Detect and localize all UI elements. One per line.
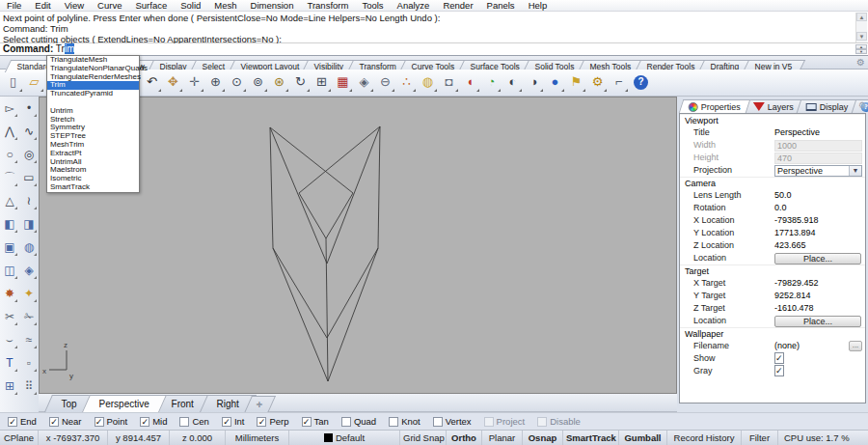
sidebar-ellipse-tool-icon[interactable]: ◎ (19, 143, 39, 166)
osnap-int[interactable]: Int (222, 416, 245, 427)
sidebar-point-edit-icon[interactable]: ▫ (19, 351, 39, 375)
menu-file[interactable]: File (0, 0, 28, 11)
osnap-checkbox-quad[interactable] (341, 417, 351, 427)
osnap-checkbox-vertex[interactable] (433, 417, 443, 427)
toolbar-point-cloud-icon[interactable]: ∴ (396, 72, 417, 93)
osnap-checkbox-cen[interactable] (179, 417, 189, 427)
osnap-point[interactable]: Point (95, 416, 128, 427)
menu-panels[interactable]: Panels (480, 0, 522, 11)
command-history-scrollbar[interactable]: ▲ ▼ (855, 13, 867, 42)
osnap-checkbox-tan[interactable] (302, 417, 312, 427)
sidebar-arc-tool-icon[interactable]: ⌒ (0, 166, 19, 189)
panel-tab-properties[interactable]: Properties (679, 99, 751, 113)
sidebar-patch-surface-icon[interactable]: ◨ (19, 212, 39, 236)
sidebar-polygon-tool-icon[interactable]: △ (0, 189, 19, 212)
sidebar-box-solid-icon[interactable]: ▣ (0, 236, 19, 259)
status-ortho[interactable]: Ortho (447, 431, 482, 445)
status-gumball[interactable]: Gumball (619, 431, 667, 445)
osnap-end[interactable]: End (8, 416, 37, 427)
toolbar-options-gear-icon[interactable]: ⚙ (587, 72, 608, 93)
scroll-down-icon[interactable]: ▼ (856, 32, 867, 41)
toolbar-rotate-view-icon[interactable]: ↻ (290, 72, 311, 93)
place-button[interactable]: Place... (774, 253, 861, 264)
panel-tab-layers[interactable]: Layers (744, 99, 804, 113)
sidebar-polyline-icon[interactable]: ⋀ (0, 120, 19, 143)
osnap-near[interactable]: Near (49, 416, 82, 427)
sidebar-block-tool-icon[interactable]: ⊞ (0, 375, 19, 398)
property-value[interactable]: 50.0 (774, 189, 865, 202)
sidebar-blend-tool-icon[interactable]: ≈ (19, 328, 39, 351)
status-record-history[interactable]: Record History (667, 431, 742, 445)
property-value[interactable]: -79385.918 (774, 214, 865, 227)
toolbar-zoom-dynamic-icon[interactable]: ⊕ (205, 72, 226, 93)
osnap-project[interactable]: Project (484, 416, 526, 427)
toolbar-circle-center-icon[interactable]: ⊖ (375, 72, 395, 93)
property-value[interactable]: 9252.814 (774, 290, 865, 302)
property-value[interactable]: 423.665 (774, 239, 865, 252)
checkbox-gray[interactable]: ✓ (774, 365, 784, 376)
toolbar-rendered-view-icon[interactable]: ● (545, 72, 565, 93)
osnap-checkbox-near[interactable] (49, 417, 59, 427)
sidebar-rectangle-tool-icon[interactable]: ▭ (19, 166, 39, 189)
toolbar-dimension-icon[interactable]: ⌐ (609, 72, 629, 93)
toolbar-color-wheel-icon[interactable]: ◔ (481, 72, 502, 93)
menu-dimension[interactable]: Dimension (244, 0, 301, 11)
sidebar-trim-tool-icon[interactable]: ✂ (0, 305, 19, 328)
osnap-tan[interactable]: Tan (302, 416, 329, 427)
menu-view[interactable]: View (58, 0, 91, 11)
osnap-checkbox-end[interactable] (8, 417, 17, 427)
status-millimeters[interactable]: Millimeters (226, 431, 289, 445)
osnap-disable[interactable]: Disable (537, 416, 581, 427)
sidebar-explode-icon[interactable]: ✦ (19, 282, 39, 305)
panel-gear-icon[interactable]: ⚙ (858, 100, 866, 110)
projection-dropdown[interactable]: Perspective▼ (774, 165, 862, 177)
toolbar-move-icon[interactable]: ✛ (184, 72, 204, 93)
osnap-checkbox-knot[interactable] (389, 417, 398, 427)
toolbar-new-file-icon[interactable]: ▯ (3, 72, 23, 93)
menu-edit[interactable]: Edit (28, 0, 57, 11)
toolbar-wireframe-view-icon[interactable]: ◐ (502, 72, 523, 93)
osnap-quad[interactable]: Quad (341, 416, 376, 427)
osnap-checkbox-project[interactable] (484, 417, 494, 427)
status-smarttrack[interactable]: SmartTrack (563, 431, 619, 445)
status-osnap[interactable]: Osnap (523, 431, 563, 445)
scroll-up-icon[interactable]: ▲ (856, 13, 867, 21)
sidebar-curve-interpolate-icon[interactable]: ∿ (19, 120, 39, 143)
property-value[interactable]: -79829.452 (774, 277, 865, 290)
sidebar-freeform-curve-icon[interactable]: ≀ (19, 189, 39, 212)
sidebar-boolean-union-icon[interactable]: ✸ (0, 282, 19, 305)
osnap-checkbox-point[interactable] (95, 417, 104, 427)
status-planar[interactable]: Planar (482, 431, 523, 445)
scroll-track[interactable] (856, 21, 867, 32)
sidebar-select-arrow-icon[interactable]: ▻ (0, 97, 19, 120)
toolbar-undo-icon[interactable]: ↶ (142, 72, 162, 93)
spinner-down-icon[interactable]: ▼ (855, 49, 867, 54)
osnap-checkbox-perp[interactable] (257, 417, 266, 427)
osnap-checkbox-disable[interactable] (537, 417, 547, 427)
osnap-checkbox-int[interactable] (222, 417, 231, 427)
menu-mesh[interactable]: Mesh (207, 0, 243, 11)
command-history[interactable]: Next point of polyline. Press Enter when… (0, 12, 868, 43)
menu-curve[interactable]: Curve (91, 0, 128, 11)
toolbar-shaded-view-icon[interactable]: ◑ (524, 72, 544, 93)
sidebar-sphere-solid-icon[interactable]: ◍ (19, 236, 39, 259)
status-grid-snap[interactable]: Grid Snap (400, 431, 447, 445)
menu-help[interactable]: Help (522, 0, 555, 11)
osnap-knot[interactable]: Knot (389, 416, 420, 427)
toolbar-pan-view-icon[interactable]: ✥ (163, 72, 183, 93)
osnap-vertex[interactable]: Vertex (433, 416, 472, 427)
sidebar-mesh-tool-icon[interactable]: ◈ (19, 259, 39, 282)
autocomplete-item-smarttrack[interactable]: SmartTrack (47, 183, 139, 192)
toolbar-zoom-window-icon[interactable]: ⊙ (227, 72, 247, 93)
sidebar-cylinder-solid-icon[interactable]: ◫ (0, 259, 19, 282)
status-cplane[interactable]: CPlane (0, 431, 39, 445)
menu-solid[interactable]: Solid (174, 0, 207, 11)
menu-analyze[interactable]: Analyze (391, 0, 437, 11)
toolbar-flag-icon[interactable]: ⚑ (566, 72, 586, 93)
tab-strip-gear-icon[interactable]: ⚙ (856, 57, 865, 69)
property-value[interactable]: -1610.478 (774, 302, 865, 315)
place-button[interactable]: Place... (774, 316, 861, 327)
status-filter[interactable]: Filter (742, 431, 778, 445)
toolbar-help-icon[interactable]: ? (634, 75, 648, 90)
status-x-76937-370[interactable]: x -76937.370 (39, 431, 108, 445)
